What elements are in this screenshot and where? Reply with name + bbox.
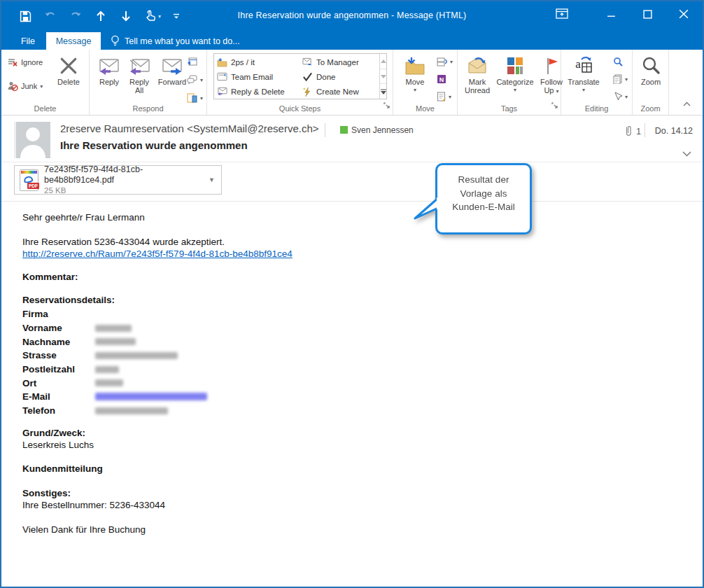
thanks-text: Vielen Dank für Ihre Buchung xyxy=(22,524,682,536)
junk-button[interactable]: Junk ▾ xyxy=(7,79,43,93)
related-icon xyxy=(613,74,622,84)
detail-row-email: E-Mail xyxy=(22,390,682,404)
field-label: Ort xyxy=(22,377,95,389)
quick-step-reply-delete[interactable]: Reply & Delete xyxy=(217,84,302,99)
callout-bubble: Resultat der Vorlage als Kunden-E-Mail xyxy=(435,163,532,234)
quick-step-2ps-it[interactable]: 2ps / it xyxy=(217,55,302,69)
recipient-name[interactable]: Sven Jennessen xyxy=(351,125,414,135)
onenote-button[interactable]: N xyxy=(437,72,453,86)
group-label-editing: Editing xyxy=(561,104,632,113)
gallery-up-button[interactable] xyxy=(380,54,386,69)
categorize-button[interactable]: Categorize ▾ xyxy=(494,54,536,96)
kommentar-heading: Kommentar: xyxy=(22,271,682,283)
group-label-tags: Tags xyxy=(458,104,561,113)
dropdown-caret: ▾ xyxy=(200,95,203,102)
group-label-quick-steps: Quick Steps xyxy=(207,104,393,113)
reply-label: Reply xyxy=(99,78,119,86)
minimize-button[interactable] xyxy=(602,6,620,22)
select-button[interactable]: ▾ xyxy=(613,90,628,104)
envelope-reply-icon xyxy=(217,87,227,96)
field-label: Postleitzahl xyxy=(22,363,95,375)
dropdown-caret: ▾ xyxy=(414,86,416,94)
gallery-more-button[interactable] xyxy=(380,84,386,99)
quick-steps-dialog-launcher-icon[interactable] xyxy=(383,99,390,112)
tags-dialog-launcher-icon[interactable] xyxy=(551,99,558,112)
lightning-icon xyxy=(302,87,313,97)
move-label: Move xyxy=(406,78,425,86)
group-label-delete: Delete xyxy=(1,104,89,113)
gallery-down-button[interactable] xyxy=(380,69,386,85)
attachment-count: 1 xyxy=(636,127,641,136)
sender-avatar xyxy=(14,122,50,158)
collapse-header-chevron-icon[interactable] xyxy=(682,147,691,160)
redacted-email-link[interactable] xyxy=(95,393,207,400)
im-button[interactable]: ▾ xyxy=(187,73,203,87)
ribbon-group-tags: Mark Unread Categorize ▾ Follow Up ▾ Tag… xyxy=(458,50,561,115)
lightbulb-icon xyxy=(111,35,120,47)
actions-icon xyxy=(437,92,446,102)
bestellnummer-text: Ihre Bestellnummer: 5236-433044 xyxy=(22,499,682,511)
maximize-button[interactable] xyxy=(638,6,656,22)
detail-row-strasse: Strasse xyxy=(22,349,682,363)
attachment-dropdown-caret[interactable]: ▼ xyxy=(209,176,215,183)
attachment-strip: PDF 7e243f5f-f579-4f4d-81cb-be4b8bf91ce4… xyxy=(1,162,703,202)
rules-button[interactable]: ▾ xyxy=(437,55,453,69)
quick-step-to-manager[interactable]: To Manager xyxy=(302,55,379,69)
reply-button[interactable]: Reply xyxy=(94,54,125,94)
actions-button[interactable]: ▾ xyxy=(437,90,453,104)
message-date: Do. 14.12 xyxy=(655,126,693,136)
header-divider xyxy=(325,123,325,137)
close-button[interactable] xyxy=(675,6,693,22)
mark-unread-button[interactable]: Mark Unread xyxy=(460,54,494,96)
follow-up-flag-icon xyxy=(543,54,560,78)
delete-button[interactable]: Delete xyxy=(52,54,85,86)
tell-me-label: Tell me what you want to do... xyxy=(125,36,240,46)
ribbon-group-move: Move ▾ ▾ N ▾ Move xyxy=(393,50,458,115)
more-respond-button[interactable]: ▾ xyxy=(187,91,203,105)
tab-file[interactable]: File xyxy=(10,32,46,50)
title-bar: ▾ Ihre Reservation wurde angenommen - Me… xyxy=(1,1,703,32)
ribbon-spacer xyxy=(669,50,703,115)
zoom-magnifier-icon xyxy=(641,54,661,78)
junk-label: Junk xyxy=(21,82,37,90)
tell-me-box[interactable]: Tell me what you want to do... xyxy=(111,32,240,50)
dropdown-caret: ▾ xyxy=(514,86,516,94)
quick-step-done[interactable]: Done xyxy=(302,69,379,84)
attachment-filename: 7e243f5f-f579-4f4d-81cb-be4b8bf91ce4.pdf xyxy=(44,164,209,186)
forward-icon xyxy=(160,54,184,78)
find-button[interactable] xyxy=(613,55,628,69)
translate-icon: a xyxy=(572,54,595,78)
dropdown-caret: ▾ xyxy=(40,83,43,90)
forward-button[interactable]: Forward xyxy=(154,54,190,94)
ribbon-display-options-icon[interactable] xyxy=(553,6,571,22)
collapse-ribbon-icon[interactable] xyxy=(677,97,696,109)
redacted-value xyxy=(95,352,178,359)
tab-message[interactable]: Message xyxy=(46,32,101,50)
zoom-button[interactable]: Zoom xyxy=(635,54,666,86)
dropdown-caret: ▾ xyxy=(449,94,451,100)
delete-icon xyxy=(59,54,78,78)
quick-step-team-email[interactable]: Team Email xyxy=(217,69,302,84)
meeting-icon xyxy=(187,57,197,66)
ignore-button[interactable]: Ignore xyxy=(7,55,43,69)
dropdown-caret: ▾ xyxy=(625,76,628,83)
field-label: Strasse xyxy=(22,349,95,361)
quick-step-create-new[interactable]: Create New xyxy=(302,84,379,99)
meeting-button[interactable] xyxy=(187,55,203,69)
move-button[interactable]: Move ▾ xyxy=(399,54,431,94)
header-divider xyxy=(645,123,645,137)
reservation-accepted-text: Ihre Reservation 5236-433044 wurde akzep… xyxy=(22,236,682,248)
message-body: Sehr geehrte/r Frau Lermann Ihre Reserva… xyxy=(22,211,682,536)
reply-all-button[interactable]: Reply All xyxy=(125,54,154,94)
ignore-label: Ignore xyxy=(21,58,43,66)
sender-name[interactable]: 2reserve Raumreservation <SystemMail@2re… xyxy=(60,122,319,134)
pdf-file-icon: PDF xyxy=(20,169,38,191)
reservation-link[interactable]: http://2reserve.ch/Raum/7e243f5f-f579-4f… xyxy=(22,248,293,259)
related-button[interactable]: ▾ xyxy=(613,72,628,86)
translate-button[interactable]: a Translate ▾ xyxy=(564,54,603,94)
delete-label: Delete xyxy=(57,78,80,86)
presence-indicator xyxy=(340,126,348,134)
attachment-item[interactable]: PDF 7e243f5f-f579-4f4d-81cb-be4b8bf91ce4… xyxy=(14,165,222,195)
quick-step-label: To Manager xyxy=(316,58,359,66)
message-subject: Ihre Reservation wurde angenommen xyxy=(60,139,248,151)
